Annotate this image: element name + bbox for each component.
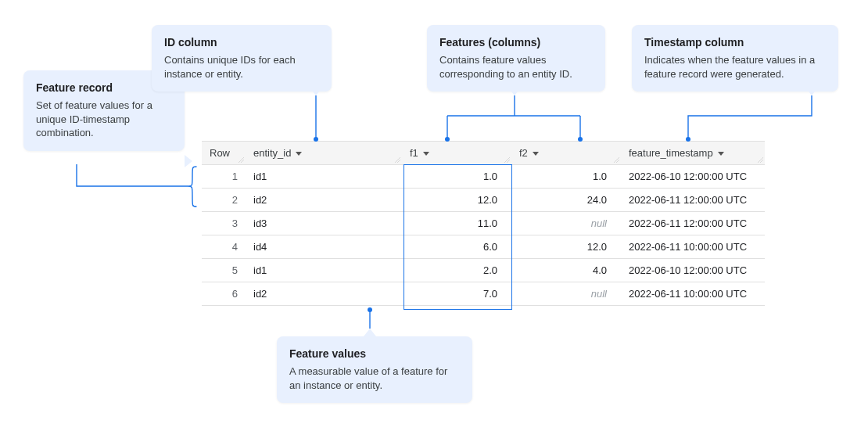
callout-timestamp-column: Timestamp column Indicates when the feat… xyxy=(632,25,838,92)
callout-desc: Set of feature values for a unique ID-ti… xyxy=(36,99,172,140)
callout-desc: A measurable value of a feature for an i… xyxy=(289,365,460,392)
cell-entity-id: id1 xyxy=(246,165,402,189)
callout-title: Timestamp column xyxy=(644,36,826,49)
col-header-label: entity_id xyxy=(253,147,291,159)
cell-f1: 6.0 xyxy=(402,235,511,259)
cell-entity-id: id2 xyxy=(246,189,402,212)
cell-f2: 1.0 xyxy=(511,165,621,189)
col-header-label: Row xyxy=(210,147,230,159)
table-row: 1 id1 1.0 1.0 2022-06-10 12:00:00 UTC xyxy=(202,165,765,189)
callout-arrow xyxy=(805,88,818,95)
cell-f2: 24.0 xyxy=(511,189,621,212)
callout-id-column: ID column Contains unique IDs for each i… xyxy=(152,25,332,92)
chevron-down-icon[interactable] xyxy=(533,152,539,156)
cell-f1: 1.0 xyxy=(402,165,511,189)
cell-f2: null xyxy=(511,212,621,235)
callout-title: Feature values xyxy=(289,347,460,360)
col-header-label: f2 xyxy=(519,147,528,159)
cell-row-number: 3 xyxy=(202,212,246,235)
feature-table: Row entity_id f1 f2 feature_timestamp 1 … xyxy=(202,141,765,306)
table-row: 5 id1 2.0 4.0 2022-06-10 12:00:00 UTC xyxy=(202,259,765,282)
cell-row-number: 6 xyxy=(202,282,246,306)
callout-arrow xyxy=(310,88,322,95)
cell-timestamp: 2022-06-11 10:00:00 UTC xyxy=(621,235,765,259)
col-header-entity-id[interactable]: entity_id xyxy=(246,142,402,165)
cell-f2: 4.0 xyxy=(511,259,621,282)
cell-f2: null xyxy=(511,282,621,306)
callout-desc: Indicates when the feature values in a f… xyxy=(644,53,826,81)
cell-timestamp: 2022-06-11 12:00:00 UTC xyxy=(621,189,765,212)
table-row: 2 id2 12.0 24.0 2022-06-11 12:00:00 UTC xyxy=(202,189,765,212)
resize-grip-icon[interactable] xyxy=(504,156,510,163)
chevron-down-icon[interactable] xyxy=(718,152,724,156)
table-row: 3 id3 11.0 null 2022-06-11 12:00:00 UTC xyxy=(202,212,765,235)
callout-arrow xyxy=(185,155,192,167)
cell-entity-id: id1 xyxy=(246,259,402,282)
resize-grip-icon[interactable] xyxy=(238,156,244,163)
table-row: 6 id2 7.0 null null 2022-06-11 10:00:00 … xyxy=(202,282,765,306)
cell-timestamp: 2022-06-11 12:00:00 UTC xyxy=(621,212,765,235)
col-header-label: feature_timestamp xyxy=(629,147,713,159)
cell-entity-id: id3 xyxy=(246,212,402,235)
table-header-row: Row entity_id f1 f2 feature_timestamp xyxy=(202,142,765,165)
cell-row-number: 1 xyxy=(202,165,246,189)
cell-timestamp: 2022-06-10 12:00:00 UTC xyxy=(621,259,765,282)
cell-entity-id: id4 xyxy=(246,235,402,259)
cell-f1: 2.0 xyxy=(402,259,511,282)
cell-entity-id: id2 xyxy=(246,282,402,306)
cell-f1: 7.0 xyxy=(402,282,511,306)
callout-desc: Contains feature values corresponding to… xyxy=(439,53,593,81)
cell-timestamp: 2022-06-11 10:00:00 UTC xyxy=(621,282,765,306)
col-header-f2[interactable]: f2 xyxy=(511,142,621,165)
cell-f1: 11.0 xyxy=(402,212,511,235)
col-header-feature-timestamp[interactable]: feature_timestamp xyxy=(621,142,765,165)
resize-grip-icon[interactable] xyxy=(394,156,400,163)
col-header-f1[interactable]: f1 xyxy=(402,142,511,165)
callout-arrow xyxy=(508,88,521,95)
cell-row-number: 4 xyxy=(202,235,246,259)
cell-f2: 12.0 xyxy=(511,235,621,259)
callout-title: ID column xyxy=(164,36,319,49)
callout-desc: Contains unique IDs for each instance or… xyxy=(164,53,319,81)
col-header-row[interactable]: Row xyxy=(202,142,246,165)
cell-row-number: 5 xyxy=(202,259,246,282)
chevron-down-icon[interactable] xyxy=(296,152,302,156)
svg-point-4 xyxy=(368,307,372,312)
chevron-down-icon[interactable] xyxy=(423,152,429,156)
callout-title: Features (columns) xyxy=(439,36,593,49)
callout-feature-values: Feature values A measurable value of a f… xyxy=(277,336,472,403)
callout-features-columns: Features (columns) Contains feature valu… xyxy=(427,25,605,92)
callout-arrow xyxy=(364,329,376,336)
resize-grip-icon[interactable] xyxy=(613,156,619,163)
cell-row-number: 2 xyxy=(202,189,246,212)
cell-timestamp: 2022-06-10 12:00:00 UTC xyxy=(621,165,765,189)
resize-grip-icon[interactable] xyxy=(757,156,763,163)
table-row: 4 id4 6.0 12.0 2022-06-11 10:00:00 UTC xyxy=(202,235,765,259)
col-header-label: f1 xyxy=(410,147,418,159)
cell-f1: 12.0 xyxy=(402,189,511,212)
